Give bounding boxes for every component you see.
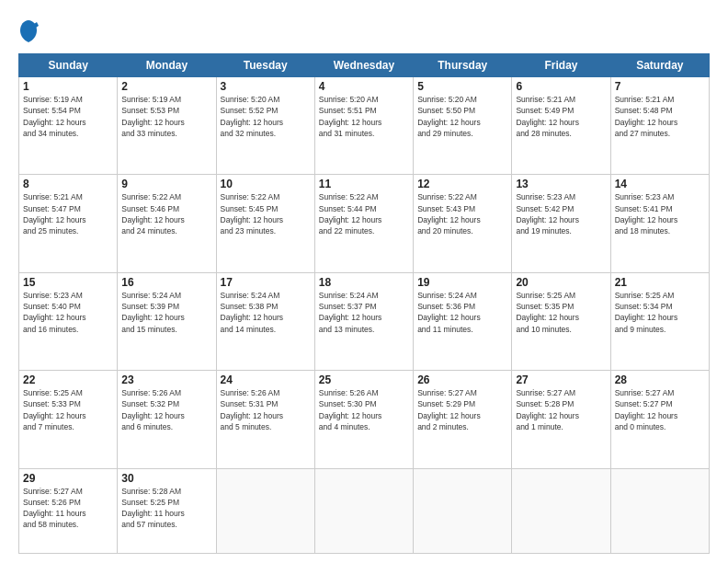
day-number: 22 (23, 373, 113, 386)
day-number: 12 (417, 178, 507, 190)
calendar-cell (314, 468, 413, 554)
day-number: 24 (221, 373, 311, 386)
day-info: Sunrise: 5:27 AMSunset: 5:27 PMDaylight:… (615, 387, 705, 432)
logo (18, 18, 42, 44)
day-info: Sunrise: 5:23 AMSunset: 5:41 PMDaylight:… (615, 191, 705, 236)
day-info: Sunrise: 5:26 AMSunset: 5:32 PMDaylight:… (121, 387, 211, 432)
calendar-cell: 6Sunrise: 5:21 AMSunset: 5:49 PMDaylight… (512, 77, 610, 175)
calendar-cell: 10Sunrise: 5:22 AMSunset: 5:45 PMDayligh… (216, 175, 314, 272)
day-number: 2 (121, 80, 211, 93)
day-number: 5 (417, 80, 507, 93)
day-info: Sunrise: 5:23 AMSunset: 5:42 PMDaylight:… (516, 191, 606, 236)
day-number: 10 (221, 178, 311, 190)
calendar-cell: 26Sunrise: 5:27 AMSunset: 5:29 PMDayligh… (414, 371, 512, 468)
day-number: 13 (516, 178, 606, 190)
calendar-cell: 5Sunrise: 5:20 AMSunset: 5:50 PMDaylight… (414, 77, 512, 175)
general-blue-logo-icon (18, 18, 39, 44)
calendar: Sunday Monday Tuesday Wednesday Thursday… (18, 53, 710, 554)
calendar-cell: 30Sunrise: 5:28 AMSunset: 5:25 PMDayligh… (118, 468, 216, 554)
calendar-cell: 24Sunrise: 5:26 AMSunset: 5:31 PMDayligh… (216, 371, 314, 468)
day-info: Sunrise: 5:26 AMSunset: 5:30 PMDaylight:… (319, 387, 409, 432)
calendar-cell: 15Sunrise: 5:23 AMSunset: 5:40 PMDayligh… (19, 272, 118, 370)
day-info: Sunrise: 5:20 AMSunset: 5:52 PMDaylight:… (221, 94, 311, 139)
calendar-cell: 18Sunrise: 5:24 AMSunset: 5:37 PMDayligh… (314, 272, 413, 370)
calendar-cell: 23Sunrise: 5:26 AMSunset: 5:32 PMDayligh… (118, 371, 216, 468)
day-number: 28 (615, 373, 705, 386)
calendar-cell (512, 468, 610, 554)
day-number: 19 (417, 276, 507, 289)
calendar-cell: 19Sunrise: 5:24 AMSunset: 5:36 PMDayligh… (414, 272, 512, 370)
day-info: Sunrise: 5:27 AMSunset: 5:26 PMDaylight:… (23, 486, 113, 531)
calendar-week-3: 15Sunrise: 5:23 AMSunset: 5:40 PMDayligh… (19, 272, 710, 370)
day-info: Sunrise: 5:19 AMSunset: 5:53 PMDaylight:… (121, 94, 211, 139)
day-number: 21 (615, 276, 705, 289)
calendar-cell (414, 468, 512, 554)
calendar-cell: 4Sunrise: 5:20 AMSunset: 5:51 PMDaylight… (314, 77, 413, 175)
day-number: 3 (221, 80, 311, 93)
day-number: 25 (319, 373, 409, 386)
day-number: 4 (319, 80, 409, 93)
col-monday: Monday (118, 54, 216, 77)
calendar-cell: 16Sunrise: 5:24 AMSunset: 5:39 PMDayligh… (118, 272, 216, 370)
day-info: Sunrise: 5:24 AMSunset: 5:36 PMDaylight:… (417, 290, 507, 335)
day-number: 8 (23, 178, 113, 190)
col-saturday: Saturday (610, 54, 709, 77)
day-info: Sunrise: 5:19 AMSunset: 5:54 PMDaylight:… (23, 94, 113, 139)
calendar-cell: 8Sunrise: 5:21 AMSunset: 5:47 PMDaylight… (19, 175, 118, 272)
day-number: 15 (23, 276, 113, 289)
calendar-cell: 9Sunrise: 5:22 AMSunset: 5:46 PMDaylight… (118, 175, 216, 272)
day-info: Sunrise: 5:22 AMSunset: 5:44 PMDaylight:… (319, 191, 409, 236)
day-number: 17 (221, 276, 311, 289)
day-info: Sunrise: 5:24 AMSunset: 5:38 PMDaylight:… (221, 290, 311, 335)
day-info: Sunrise: 5:27 AMSunset: 5:28 PMDaylight:… (516, 387, 606, 432)
calendar-cell: 17Sunrise: 5:24 AMSunset: 5:38 PMDayligh… (216, 272, 314, 370)
calendar-cell: 21Sunrise: 5:25 AMSunset: 5:34 PMDayligh… (610, 272, 709, 370)
day-number: 9 (121, 178, 211, 190)
calendar-cell: 14Sunrise: 5:23 AMSunset: 5:41 PMDayligh… (610, 175, 709, 272)
day-info: Sunrise: 5:26 AMSunset: 5:31 PMDaylight:… (221, 387, 311, 432)
calendar-cell: 2Sunrise: 5:19 AMSunset: 5:53 PMDaylight… (118, 77, 216, 175)
day-info: Sunrise: 5:20 AMSunset: 5:50 PMDaylight:… (417, 94, 507, 139)
calendar-cell: 27Sunrise: 5:27 AMSunset: 5:28 PMDayligh… (512, 371, 610, 468)
day-number: 6 (516, 80, 606, 93)
calendar-cell (216, 468, 314, 554)
day-number: 7 (615, 80, 705, 93)
col-tuesday: Tuesday (216, 54, 314, 77)
calendar-cell: 28Sunrise: 5:27 AMSunset: 5:27 PMDayligh… (610, 371, 709, 468)
day-number: 26 (417, 373, 507, 386)
calendar-header-row: Sunday Monday Tuesday Wednesday Thursday… (19, 54, 710, 77)
col-thursday: Thursday (414, 54, 512, 77)
calendar-cell: 11Sunrise: 5:22 AMSunset: 5:44 PMDayligh… (314, 175, 413, 272)
calendar-cell: 20Sunrise: 5:25 AMSunset: 5:35 PMDayligh… (512, 272, 610, 370)
day-info: Sunrise: 5:21 AMSunset: 5:47 PMDaylight:… (23, 191, 113, 236)
day-number: 11 (319, 178, 409, 190)
day-info: Sunrise: 5:22 AMSunset: 5:43 PMDaylight:… (417, 191, 507, 236)
day-info: Sunrise: 5:21 AMSunset: 5:48 PMDaylight:… (615, 94, 705, 139)
calendar-cell: 3Sunrise: 5:20 AMSunset: 5:52 PMDaylight… (216, 77, 314, 175)
calendar-cell: 7Sunrise: 5:21 AMSunset: 5:48 PMDaylight… (610, 77, 709, 175)
day-number: 16 (121, 276, 211, 289)
day-info: Sunrise: 5:25 AMSunset: 5:35 PMDaylight:… (516, 290, 606, 335)
col-friday: Friday (512, 54, 610, 77)
calendar-cell: 1Sunrise: 5:19 AMSunset: 5:54 PMDaylight… (19, 77, 118, 175)
day-info: Sunrise: 5:25 AMSunset: 5:33 PMDaylight:… (23, 387, 113, 432)
calendar-cell: 25Sunrise: 5:26 AMSunset: 5:30 PMDayligh… (314, 371, 413, 468)
calendar-cell: 29Sunrise: 5:27 AMSunset: 5:26 PMDayligh… (19, 468, 118, 554)
calendar-cell: 13Sunrise: 5:23 AMSunset: 5:42 PMDayligh… (512, 175, 610, 272)
calendar-cell (610, 468, 709, 554)
day-info: Sunrise: 5:21 AMSunset: 5:49 PMDaylight:… (516, 94, 606, 139)
calendar-cell: 12Sunrise: 5:22 AMSunset: 5:43 PMDayligh… (414, 175, 512, 272)
calendar-cell: 22Sunrise: 5:25 AMSunset: 5:33 PMDayligh… (19, 371, 118, 468)
day-number: 30 (121, 472, 211, 485)
col-sunday: Sunday (19, 54, 118, 77)
day-info: Sunrise: 5:24 AMSunset: 5:39 PMDaylight:… (121, 290, 211, 335)
day-info: Sunrise: 5:25 AMSunset: 5:34 PMDaylight:… (615, 290, 705, 335)
day-number: 20 (516, 276, 606, 289)
day-number: 23 (121, 373, 211, 386)
day-info: Sunrise: 5:22 AMSunset: 5:46 PMDaylight:… (121, 191, 211, 236)
day-number: 29 (23, 472, 113, 485)
day-number: 27 (516, 373, 606, 386)
calendar-week-5: 29Sunrise: 5:27 AMSunset: 5:26 PMDayligh… (19, 468, 710, 554)
day-info: Sunrise: 5:27 AMSunset: 5:29 PMDaylight:… (417, 387, 507, 432)
calendar-week-2: 8Sunrise: 5:21 AMSunset: 5:47 PMDaylight… (19, 175, 710, 272)
